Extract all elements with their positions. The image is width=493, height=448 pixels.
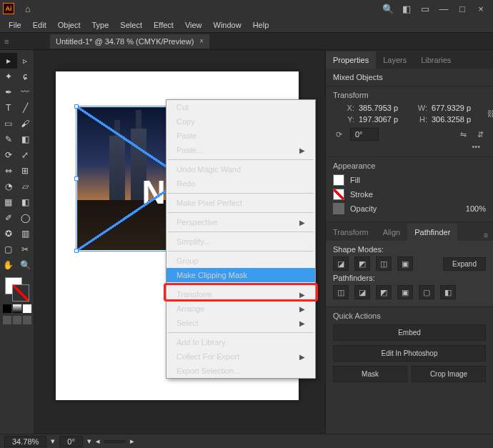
mask-button[interactable]: Mask <box>333 366 407 382</box>
nav-prev-icon[interactable]: ◂ <box>96 437 100 446</box>
merge-icon[interactable]: ◩ <box>376 285 392 299</box>
ctx-export-selection-[interactable]: Export Selection... <box>166 364 315 378</box>
line-tool[interactable]: ╱ <box>17 100 34 116</box>
exclude-icon[interactable]: ▣ <box>397 257 413 271</box>
rotate-tool[interactable]: ⟳ <box>0 147 17 163</box>
close-window-icon[interactable]: × <box>473 1 489 16</box>
mesh-tool[interactable]: ▦ <box>0 194 17 210</box>
panel-toggle-icon[interactable]: ≡ <box>4 37 14 46</box>
close-tab-icon[interactable]: × <box>199 37 204 45</box>
edit-photoshop-button[interactable]: Edit In Photoshop <box>333 345 486 362</box>
artboard-nav[interactable] <box>104 440 126 443</box>
menu-help[interactable]: Help <box>247 21 275 29</box>
free-transform-tool[interactable]: ⊞ <box>17 163 34 179</box>
menu-effect[interactable]: Effect <box>148 21 179 29</box>
ctx-make-pixel-perfect[interactable]: Make Pixel Perfect <box>166 196 315 210</box>
flip-v-icon[interactable]: ⇵ <box>474 129 486 140</box>
stroke-swatch[interactable] <box>333 189 344 200</box>
brush-tool[interactable]: 🖌 <box>17 116 34 131</box>
draw-inside-icon[interactable] <box>23 316 31 324</box>
more-options-icon[interactable]: ••• <box>333 141 486 152</box>
ctx-make-clipping-mask[interactable]: Make Clipping Mask <box>166 268 315 282</box>
magic-wand-tool[interactable]: ✦ <box>0 69 17 84</box>
y-value[interactable]: 197.3067 p <box>359 115 409 124</box>
menu-file[interactable]: File <box>3 21 27 29</box>
gradient-tool[interactable]: ◧ <box>17 194 34 210</box>
draw-behind-icon[interactable] <box>13 316 21 324</box>
none-mode-icon[interactable] <box>23 304 31 313</box>
menu-window[interactable]: Window <box>208 21 247 29</box>
shape-builder-tool[interactable]: ◔ <box>0 179 17 194</box>
color-mode-icon[interactable] <box>3 304 11 313</box>
ctx-paste-[interactable]: Paste...▶ <box>166 143 315 157</box>
tab-libraries[interactable]: Libraries <box>414 51 458 69</box>
rectangle-tool[interactable]: ▭ <box>0 116 17 131</box>
ctx-cut[interactable]: Cut <box>166 100 315 114</box>
perspective-tool[interactable]: ▱ <box>17 179 34 194</box>
blend-tool[interactable]: ◯ <box>17 210 34 226</box>
tab-properties[interactable]: Properties <box>326 51 376 69</box>
tab-pathfinder[interactable]: Pathfinder <box>407 224 457 241</box>
flip-h-icon[interactable]: ⇋ <box>457 129 469 140</box>
menu-view[interactable]: View <box>179 21 208 29</box>
ctx-select[interactable]: Select▶ <box>166 316 315 330</box>
ctx-add-to-library[interactable]: Add to Library <box>166 335 315 349</box>
link-wh-icon[interactable]: ⛓ <box>487 108 493 119</box>
trim-icon[interactable]: ◪ <box>354 285 370 299</box>
reference-point[interactable] <box>333 106 334 121</box>
h-value[interactable]: 306.3258 p <box>432 115 482 124</box>
w-value[interactable]: 677.9329 p <box>432 104 482 112</box>
scale-tool[interactable]: ⤢ <box>17 147 34 163</box>
type-tool[interactable]: T <box>0 100 17 116</box>
crop-image-button[interactable]: Crop Image <box>412 366 486 382</box>
embed-button[interactable]: Embed <box>333 324 486 341</box>
ctx-arrange[interactable]: Arrange▶ <box>166 302 315 316</box>
ctx-transform[interactable]: Transform▶ <box>166 287 315 302</box>
divide-icon[interactable]: ◫ <box>333 285 349 299</box>
maximize-icon[interactable]: □ <box>454 1 470 16</box>
x-value[interactable]: 385.7953 p <box>359 104 409 112</box>
ctx-collect-for-export[interactable]: Collect For Export▶ <box>166 349 315 364</box>
eraser-tool[interactable]: ◧ <box>17 131 34 147</box>
slice-tool[interactable]: ✂ <box>17 242 34 257</box>
expand-button[interactable]: Expand <box>443 257 486 271</box>
symbol-tool[interactable]: ✪ <box>0 226 17 242</box>
menu-type[interactable]: Type <box>86 21 115 29</box>
graph-tool[interactable]: ▥ <box>17 226 34 242</box>
home-icon[interactable]: ⌂ <box>20 1 36 16</box>
hand-tool[interactable]: ✋ <box>0 257 17 273</box>
rotate-view-value[interactable]: 0° <box>59 436 83 447</box>
nav-next-icon[interactable]: ▸ <box>130 437 134 446</box>
zoom-dropdown-icon[interactable]: ▾ <box>51 437 55 446</box>
minimize-icon[interactable]: — <box>436 1 452 16</box>
direct-selection-tool[interactable]: ▹ <box>17 53 34 69</box>
width-tool[interactable]: ⇔ <box>0 163 17 179</box>
eyedropper-tool[interactable]: ✐ <box>0 210 17 226</box>
unite-icon[interactable]: ◪ <box>333 257 349 271</box>
draw-normal-icon[interactable] <box>3 316 11 324</box>
opacity-value[interactable]: 100% <box>466 204 486 213</box>
shaper-tool[interactable]: ✎ <box>0 131 17 147</box>
rotate-dropdown-icon[interactable]: ▾ <box>87 437 91 446</box>
artboard-tool[interactable]: ▢ <box>0 242 17 257</box>
outline-icon[interactable]: ▢ <box>419 285 434 299</box>
minus-back-icon[interactable]: ◧ <box>440 285 456 299</box>
workspace-icon[interactable]: ◧ <box>399 1 414 16</box>
lasso-tool[interactable]: ɕ <box>17 69 34 84</box>
tab-align[interactable]: Align <box>376 224 407 241</box>
search-icon[interactable]: 🔍 <box>380 1 396 16</box>
fill-swatch[interactable] <box>333 174 344 186</box>
ctx-undo-magic-wand[interactable]: Undo Magic Wand <box>166 162 315 176</box>
zoom-tool[interactable]: 🔍 <box>17 257 34 273</box>
panel-menu-icon[interactable]: ≡ <box>479 229 493 241</box>
menu-edit[interactable]: Edit <box>27 21 52 29</box>
ctx-copy[interactable]: Copy <box>166 114 315 129</box>
zoom-value[interactable]: 34.78% <box>4 436 46 447</box>
rotate-value[interactable]: 0° <box>350 128 379 141</box>
tab-layers[interactable]: Layers <box>376 51 414 69</box>
gradient-mode-icon[interactable] <box>13 304 21 313</box>
menu-object[interactable]: Object <box>52 21 86 29</box>
ctx-paste[interactable]: Paste <box>166 129 315 143</box>
tab-transform[interactable]: Transform <box>326 224 376 241</box>
crop-icon[interactable]: ▣ <box>397 285 413 299</box>
